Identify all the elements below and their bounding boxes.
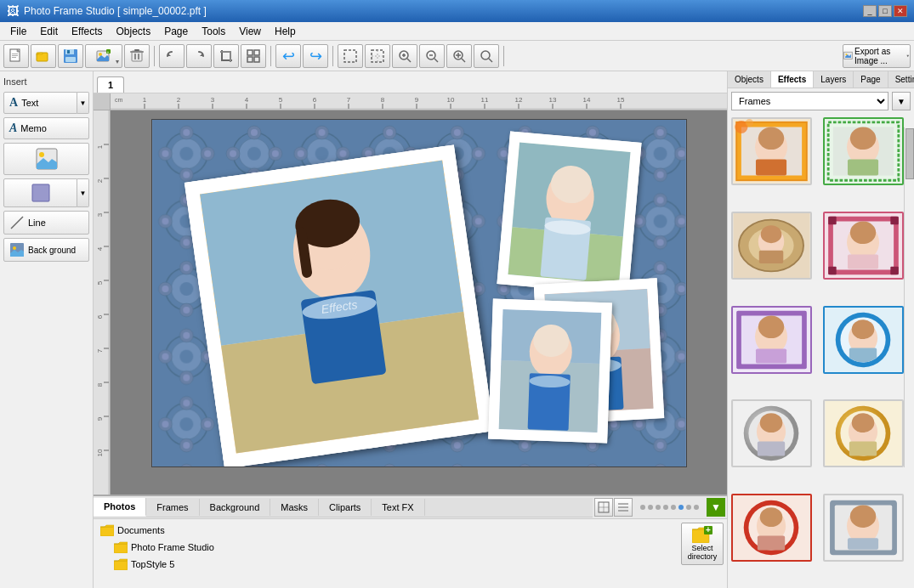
menu-objects[interactable]: Objects <box>110 24 158 39</box>
ruler-corner <box>94 93 111 110</box>
svg-text:3: 3 <box>96 212 104 217</box>
delete-button[interactable] <box>124 44 150 68</box>
memo-insert-button[interactable]: A Memo <box>3 117 89 139</box>
svg-text:+: + <box>706 526 711 534</box>
tab-objects[interactable]: Objects <box>728 71 771 88</box>
svg-text:14: 14 <box>583 96 591 104</box>
svg-rect-8 <box>67 50 70 54</box>
tab-page[interactable]: Page <box>854 71 888 88</box>
bottom-scroll-down[interactable]: ▼ <box>707 498 725 517</box>
canvas-wrapper: Effects <box>151 119 687 467</box>
separator-1 <box>154 46 155 66</box>
text-dropdown-arrow[interactable]: ▼ <box>77 92 89 114</box>
folder-topstyle[interactable]: TopStyle 5 <box>97 557 678 572</box>
select-dir-icon: + <box>692 526 712 543</box>
svg-line-32 <box>407 59 411 62</box>
effect-thumb-8[interactable] <box>823 399 904 467</box>
select-tool-button[interactable] <box>338 44 363 68</box>
rotate-right-button[interactable] <box>186 44 212 68</box>
shape-icon <box>31 183 51 203</box>
effect-thumb-10[interactable] <box>823 494 904 562</box>
tab-textfx[interactable]: Text FX <box>372 499 424 516</box>
zoom-in-button[interactable] <box>392 44 417 68</box>
save-button[interactable] <box>58 44 83 68</box>
maximize-button[interactable]: □ <box>878 5 892 17</box>
tab-photos[interactable]: Photos <box>94 498 146 517</box>
zoom-custom-button[interactable] <box>474 44 499 68</box>
shape-dropdown-arrow[interactable]: ▼ <box>77 178 89 207</box>
svg-rect-162 <box>114 561 128 570</box>
effect-thumb-9[interactable] <box>731 494 812 562</box>
scrollbar-thumb[interactable] <box>905 128 914 179</box>
svg-marker-47 <box>906 54 909 57</box>
rotate-left-button[interactable] <box>159 44 185 68</box>
app-icon: 🖼 <box>7 4 19 18</box>
text-insert-button[interactable]: A Text <box>3 92 77 114</box>
svg-rect-19 <box>134 54 136 59</box>
open-button[interactable] <box>31 44 56 68</box>
new-button[interactable] <box>3 44 29 68</box>
effect-thumb-2[interactable] <box>823 117 904 185</box>
effects-type-dropdown[interactable]: Frames <box>731 92 888 110</box>
svg-text:13: 13 <box>549 96 557 104</box>
svg-text:12: 12 <box>515 96 523 104</box>
undo-button[interactable]: ↩ <box>275 44 301 68</box>
bottom-view-btn-1[interactable] <box>594 498 613 517</box>
svg-point-213 <box>760 414 783 433</box>
menu-view[interactable]: View <box>232 24 268 39</box>
image-insert-button[interactable] <box>3 143 89 175</box>
shape-insert-button[interactable] <box>3 178 77 207</box>
folder-photostudio[interactable]: Photo Frame Studio <box>97 540 678 555</box>
svg-rect-9 <box>65 57 76 62</box>
crop-button[interactable] <box>213 44 239 68</box>
line-insert-button[interactable]: Line <box>3 211 89 235</box>
effect-thumb-6[interactable] <box>823 306 904 374</box>
right-panel-scrollbar[interactable] <box>904 127 914 467</box>
redo-button[interactable]: ↪ <box>303 44 328 68</box>
menu-help[interactable]: Help <box>268 24 303 39</box>
zoom-out-button[interactable] <box>419 44 445 68</box>
effects-dropdown-btn[interactable]: ▼ <box>892 92 911 110</box>
menu-tools[interactable]: Tools <box>195 24 232 39</box>
effects-grid <box>728 114 914 588</box>
photo-frame-1[interactable]: Effects <box>184 144 493 467</box>
page-tab-1[interactable]: 1 <box>97 76 124 93</box>
bottom-view-btn-2[interactable] <box>614 498 633 517</box>
menu-effects[interactable]: Effects <box>65 24 109 39</box>
effect-thumb-3[interactable] <box>731 212 812 280</box>
svg-rect-214 <box>758 442 785 456</box>
photo-frame-2[interactable] <box>497 132 641 296</box>
tab-cliparts[interactable]: Cliparts <box>319 499 372 516</box>
close-button[interactable]: ✕ <box>894 5 907 17</box>
folder-documents[interactable]: Documents <box>97 523 678 538</box>
tab-frames[interactable]: Frames <box>146 499 199 516</box>
svg-text:15: 15 <box>617 96 625 104</box>
effect-thumb-7[interactable] <box>731 399 812 467</box>
add-photo-button[interactable]: + <box>85 44 122 68</box>
folder-photostudio-label: Photo Frame Studio <box>131 542 214 552</box>
svg-rect-208 <box>849 348 876 362</box>
tab-masks[interactable]: Masks <box>270 499 319 516</box>
menu-page[interactable]: Page <box>157 24 195 39</box>
zoom-fit-button[interactable] <box>446 44 472 68</box>
effects-header: Frames ▼ <box>728 88 914 114</box>
tab-settings[interactable]: Settings <box>888 71 914 88</box>
tab-layers[interactable]: Layers <box>814 71 854 88</box>
photo-frame-4[interactable] <box>488 299 612 444</box>
tab-background[interactable]: Background <box>200 499 271 516</box>
menu-edit[interactable]: Edit <box>33 24 65 39</box>
svg-text:7: 7 <box>96 348 104 353</box>
lasso-tool-button[interactable] <box>365 44 390 68</box>
minimize-button[interactable]: _ <box>863 5 877 17</box>
fit-button[interactable] <box>241 44 266 68</box>
effect-thumb-1[interactable] <box>731 117 812 185</box>
menu-file[interactable]: File <box>3 24 33 39</box>
effect-thumb-4[interactable] <box>823 212 904 280</box>
background-insert-button[interactable]: Back ground <box>3 238 89 262</box>
effect-thumb-5[interactable] <box>731 306 812 374</box>
svg-point-54 <box>13 246 16 250</box>
select-directory-button[interactable]: + Select directory <box>681 523 724 565</box>
tab-effects[interactable]: Effects <box>771 71 814 88</box>
export-button[interactable]: Export as Image ... <box>843 44 911 68</box>
main-canvas[interactable]: Effects <box>151 119 687 467</box>
